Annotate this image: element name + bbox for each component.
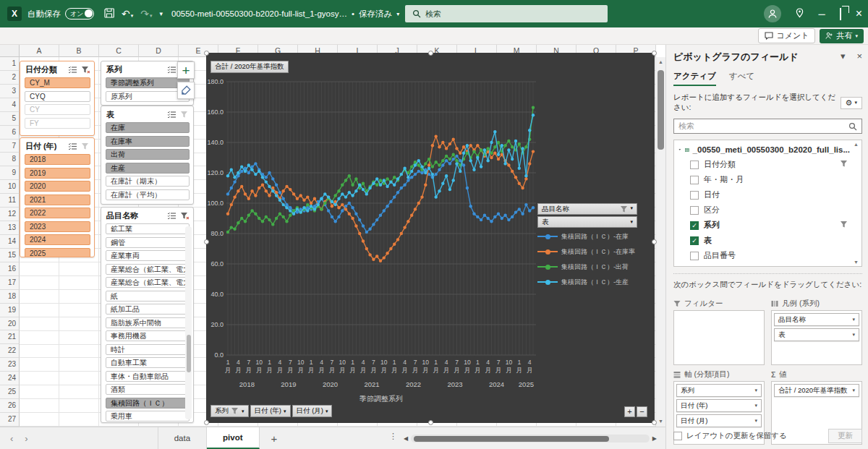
filter-funnel-icon[interactable]: [620, 205, 629, 213]
slicer-item-name[interactable]: 品目名称×鉱工業鋼管産業車両産業総合（鉱工業、電力...産業総合（鉱工業、電力.…: [101, 207, 194, 423]
pane-collapse-icon[interactable]: ▾: [841, 51, 846, 64]
scroll-left-arrow-icon[interactable]: ◀: [404, 435, 408, 442]
legend-entry[interactable]: 集積回路（ＩＣ）-生産: [537, 275, 639, 288]
sheet-nav-next-icon[interactable]: ›: [25, 433, 27, 444]
field-list-scrollbar[interactable]: ▲▼: [852, 142, 860, 265]
row-header-10[interactable]: 10: [0, 180, 20, 194]
area-field-chip[interactable]: 品目名称▾: [774, 313, 859, 326]
filter-funnel-icon[interactable]: ×: [81, 66, 90, 74]
row-header-4[interactable]: 4: [0, 98, 20, 112]
legend-entry[interactable]: 集積回路（ＩＣ）-在庫率: [537, 245, 639, 258]
area-field-chip[interactable]: 日付 (月)▾: [676, 414, 762, 427]
restore-button[interactable]: [840, 9, 841, 20]
row-header-3[interactable]: 3: [0, 85, 20, 98]
field-row[interactable]: ✓品目名称: [678, 263, 850, 267]
column-header-A[interactable]: A: [20, 45, 59, 57]
legend-entry[interactable]: 集積回路（ＩＣ）-出荷: [537, 260, 639, 273]
row-header-25[interactable]: 25: [0, 385, 20, 399]
row-header-24[interactable]: 24: [0, 372, 20, 385]
slicer-item[interactable]: 紙加工品: [106, 304, 190, 315]
row-header-14[interactable]: 14: [0, 235, 20, 249]
filter-funnel-icon[interactable]: [81, 142, 90, 150]
field-table-header[interactable]: _00550_meti_00550300_b2020_full_lis...: [678, 142, 850, 157]
slicer-item[interactable]: 在庫率: [106, 136, 190, 147]
pane-tab-アクティブ[interactable]: アクティブ: [673, 71, 716, 86]
pin-icon[interactable]: [796, 8, 804, 20]
row-header-11[interactable]: 11: [0, 194, 20, 208]
chart-styles-brush-button[interactable]: [177, 82, 195, 99]
filter-funnel-icon[interactable]: [840, 221, 848, 228]
slicer-item[interactable]: 2025: [25, 248, 90, 258]
filter-funnel-icon[interactable]: [840, 266, 848, 267]
slicer-item[interactable]: 脂肪族系中間物: [106, 317, 190, 328]
slicer-item[interactable]: CY_M: [25, 77, 90, 88]
multi-select-icon[interactable]: [68, 142, 77, 150]
filter-funnel-icon[interactable]: [840, 160, 848, 168]
row-header-20[interactable]: 20: [0, 317, 20, 331]
vertical-scroll-thumb[interactable]: [658, 70, 664, 150]
account-avatar[interactable]: [764, 5, 781, 22]
field-checkbox[interactable]: [690, 252, 699, 260]
pivot-chart[interactable]: 0.020.040.060.080.0100.0120.0140.0160.01…: [206, 53, 655, 423]
field-row[interactable]: 年・期・月: [678, 172, 850, 187]
field-checkbox[interactable]: [690, 176, 699, 184]
area-field-chip[interactable]: 表▾: [774, 328, 859, 341]
row-header-16[interactable]: 16: [0, 262, 20, 276]
area-field-chip[interactable]: 合計 / 2020年基準指数▾: [774, 384, 859, 397]
select-all-corner[interactable]: [0, 45, 20, 57]
field-checkbox[interactable]: ✓: [690, 236, 699, 245]
selection-handle[interactable]: [204, 420, 209, 425]
row-header-18[interactable]: 18: [0, 290, 20, 304]
slicer-item[interactable]: 2023: [25, 221, 90, 232]
scroll-up-arrow-icon[interactable]: ▲: [656, 57, 665, 67]
save-icon[interactable]: [104, 8, 114, 20]
worksheet-area[interactable]: ABCDEFGHIJKLMNOP 12345678910111213141516…: [0, 45, 665, 427]
row-header-27[interactable]: 27: [0, 413, 20, 427]
vertical-scrollbar[interactable]: ▲ ▼: [655, 57, 665, 427]
multi-select-icon[interactable]: [167, 111, 176, 119]
legend-entry[interactable]: 集積回路（ＩＣ）-在庫: [537, 230, 639, 243]
slicer-item[interactable]: 車体・自動車部品: [106, 371, 190, 382]
slicer-item[interactable]: 生産: [106, 163, 190, 174]
slicer-item[interactable]: 出荷: [106, 149, 190, 160]
quick-access-menu-icon[interactable]: ▾: [160, 11, 163, 17]
row-header-21[interactable]: 21: [0, 330, 20, 344]
slicer-item[interactable]: 2024: [25, 234, 90, 245]
field-row[interactable]: 日付: [678, 187, 850, 202]
slicer-table[interactable]: 表在庫在庫率出荷生産在庫計（期末）在庫計（平均）: [101, 106, 194, 205]
share-button[interactable]: 共有 ▾: [820, 29, 864, 43]
row-header-7[interactable]: 7: [0, 140, 20, 153]
slicer-item[interactable]: 在庫: [106, 122, 190, 133]
comments-button[interactable]: コメント: [758, 28, 815, 43]
minimize-button[interactable]: ─: [818, 9, 825, 20]
horizontal-scroll-thumb[interactable]: [414, 436, 609, 442]
new-sheet-button[interactable]: +: [260, 427, 289, 449]
sheet-tab-pivot[interactable]: pivot: [207, 427, 259, 449]
field-list[interactable]: _00550_meti_00550300_b2020_full_lis...日付…: [673, 140, 862, 267]
pane-tab-すべて[interactable]: すべて: [729, 71, 754, 86]
slicer-item[interactable]: 2021: [25, 194, 90, 205]
sheet-tab-data[interactable]: data: [158, 427, 207, 449]
saved-status-chevron-icon[interactable]: ▾: [396, 11, 399, 17]
slicer-date-class[interactable]: 日付分類×CY_MCYQCYFY: [20, 61, 95, 136]
multi-select-icon[interactable]: [68, 66, 77, 74]
slicer-item[interactable]: FY: [25, 118, 90, 129]
autosave-toggle[interactable]: オン: [65, 8, 94, 20]
field-row[interactable]: 品目番号: [678, 248, 850, 263]
area-field-chip[interactable]: 系列▾: [676, 384, 762, 397]
column-header-B[interactable]: B: [59, 45, 99, 57]
chart-collapse-button[interactable]: −: [637, 406, 647, 417]
collapse-triangle-icon[interactable]: [678, 147, 681, 153]
excel-app-icon[interactable]: X: [7, 7, 22, 21]
slicer-item[interactable]: 鉱工業: [106, 223, 190, 234]
slicer-item[interactable]: 2022: [25, 208, 90, 218]
row-header-9[interactable]: 9: [0, 166, 20, 180]
area-box-filters[interactable]: [673, 310, 765, 365]
slicer-item[interactable]: CYQ: [25, 91, 90, 102]
slicer-item[interactable]: 集積回路（ＩＣ）: [106, 398, 190, 409]
field-checkbox[interactable]: [690, 191, 699, 200]
axis-field-button[interactable]: 系列▾: [210, 405, 249, 417]
field-row[interactable]: ✓系列: [678, 218, 850, 233]
field-row[interactable]: 日付分類: [678, 157, 850, 172]
slicer-item[interactable]: 自動車工業: [106, 357, 190, 368]
